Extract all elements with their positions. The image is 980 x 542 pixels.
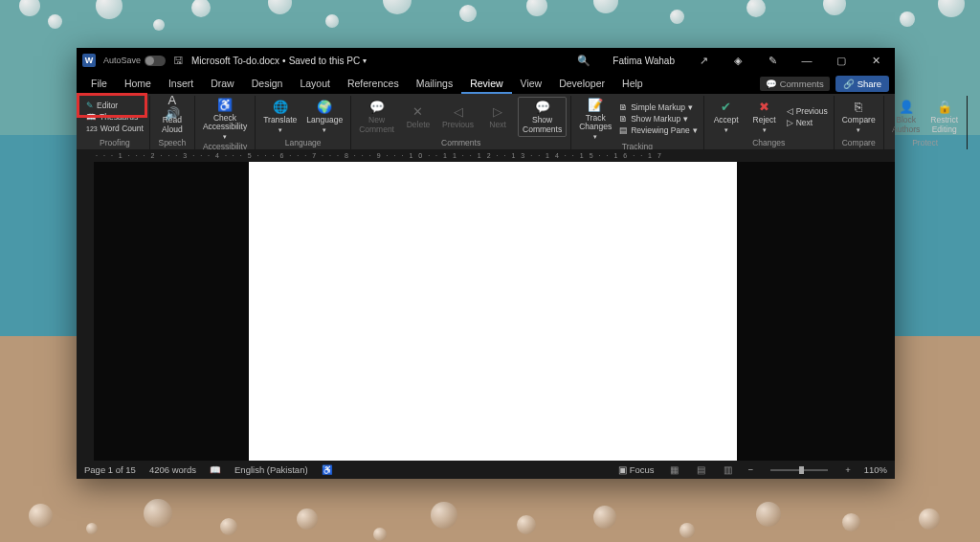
language-icon: 🌍 — [317, 100, 332, 115]
show-markup-dropdown[interactable]: 🗎 Show Markup ▾ — [617, 113, 699, 124]
translate-button[interactable]: 🌐Translate▾ — [259, 98, 301, 135]
tab-review[interactable]: Review — [461, 75, 511, 94]
autosave-toggle[interactable]: AutoSave — [103, 56, 166, 66]
compare-icon: ⎘ — [851, 100, 866, 115]
group-language: 🌐Translate▾ 🌍Language▾ Language — [256, 96, 351, 149]
language-button[interactable]: 🌍Language▾ — [302, 98, 346, 135]
page-count[interactable]: Page 1 of 15 — [84, 464, 136, 475]
tab-view[interactable]: View — [512, 75, 551, 94]
accessibility-status-icon[interactable]: ♿ — [322, 464, 333, 475]
spellcheck-icon[interactable]: 📖 — [210, 464, 221, 475]
search-icon[interactable]: 🔍 — [570, 48, 597, 73]
group-changes: ✔Accept▾ ✖Reject▾ ◁ Previous ▷ Next Chan… — [704, 96, 835, 149]
markup-dropdown[interactable]: 🗎 Simple Markup ▾ — [617, 102, 699, 113]
new-comment-button: 💬New Comment — [355, 98, 398, 136]
restrict-editing-button[interactable]: 🔒Restrict Editing — [926, 98, 963, 136]
group-ink: ✒Hide Ink▾ Ink — [968, 96, 980, 149]
share-button[interactable]: 🔗 Share — [835, 76, 889, 92]
next-change-button[interactable]: ▷ Next — [785, 117, 830, 128]
accessibility-icon: ♿ — [217, 98, 233, 113]
vertical-ruler[interactable] — [77, 162, 94, 461]
tab-layout[interactable]: Layout — [291, 75, 339, 94]
tab-mailings[interactable]: Mailings — [408, 75, 462, 94]
read-aloud-button[interactable]: A🔊Read Aloud — [154, 98, 190, 136]
titlebar: W AutoSave 🖫 Microsoft To-do.docx• Saved… — [77, 48, 895, 73]
document-page[interactable] — [249, 162, 737, 461]
word-icon: W — [82, 54, 96, 67]
highlight-box — [77, 93, 147, 118]
document-title[interactable]: Microsoft To-do.docx• Saved to this PC▾ — [191, 56, 367, 66]
horizontal-ruler[interactable]: ···1···2···3···4···5···6···7···8···9···1… — [77, 149, 895, 162]
minimize-button[interactable]: — — [793, 48, 820, 73]
maximize-button[interactable]: ▢ — [828, 48, 855, 73]
speaker-icon: A🔊 — [165, 100, 180, 115]
reject-button[interactable]: ✖Reject▾ — [746, 98, 783, 135]
accept-button[interactable]: ✔Accept▾ — [708, 98, 745, 135]
account-arrow-icon[interactable]: ↗ — [690, 48, 717, 73]
pen-icon[interactable]: ✎ — [759, 48, 786, 73]
comments-button[interactable]: 💬 Comments — [760, 77, 830, 91]
ribbon: ✎Editor 📖Thesaurus 123Word Count Proofin… — [77, 94, 895, 149]
tab-design[interactable]: Design — [243, 75, 292, 94]
compare-button[interactable]: ⎘Compare▾ — [838, 98, 880, 135]
zoom-slider[interactable] — [770, 469, 828, 471]
group-speech: A🔊Read Aloud Speech — [150, 96, 195, 149]
print-layout-icon[interactable]: ▤ — [695, 463, 708, 477]
save-icon[interactable]: 🖫 — [173, 55, 184, 66]
wordcount-button[interactable]: 123Word Count — [84, 123, 145, 134]
word-count[interactable]: 4206 words — [149, 464, 196, 475]
close-button[interactable]: ✕ — [862, 48, 889, 73]
prev-change-button[interactable]: ◁ Previous — [785, 105, 830, 117]
zoom-in-button[interactable]: + — [845, 464, 851, 475]
user-name[interactable]: Fatima Wahab — [605, 56, 682, 66]
diamond-icon[interactable]: ◈ — [724, 48, 751, 73]
zoom-level[interactable]: 110% — [864, 464, 887, 475]
block-authors-button: 👤Block Authors — [888, 98, 924, 136]
tab-bar: File Home Insert Draw Design Layout Refe… — [77, 73, 895, 94]
track-icon: 📝 — [588, 98, 603, 113]
hide-ink-button[interactable]: ✒Hide Ink▾ — [971, 96, 980, 142]
word-window: W AutoSave 🖫 Microsoft To-do.docx• Saved… — [77, 48, 895, 479]
group-compare: ⎘Compare▾ Compare — [835, 96, 884, 149]
tab-insert[interactable]: Insert — [160, 75, 202, 94]
group-protect: 👤Block Authors 🔒Restrict Editing Protect — [884, 96, 968, 149]
show-comments-button[interactable]: 💬Show Comments — [518, 97, 567, 137]
lock-icon: 🔒 — [937, 100, 952, 115]
document-area — [77, 162, 895, 461]
group-tracking: 📝Track Changes▾ 🗎 Simple Markup ▾ 🗎 Show… — [571, 96, 703, 149]
focus-mode-button[interactable]: ▣ Focus — [618, 464, 655, 475]
track-changes-button[interactable]: 📝Track Changes▾ — [575, 96, 615, 142]
zoom-out-button[interactable]: − — [748, 464, 754, 475]
web-layout-icon[interactable]: ▥ — [722, 463, 735, 477]
status-bar: Page 1 of 15 4206 words 📖 English (Pakis… — [77, 461, 895, 479]
prev-comment-button: ◁Previous — [438, 102, 478, 131]
tab-developer[interactable]: Developer — [550, 75, 613, 94]
next-comment-button: ▷Next — [479, 102, 516, 131]
tab-home[interactable]: Home — [116, 75, 160, 94]
group-comments: 💬New Comment ✕Delete ◁Previous ▷Next 💬Sh… — [351, 96, 571, 149]
language-status[interactable]: English (Pakistan) — [234, 464, 308, 475]
read-mode-icon[interactable]: ▦ — [668, 463, 681, 477]
reviewing-pane-dropdown[interactable]: ▤ Reviewing Pane ▾ — [617, 124, 699, 136]
tab-references[interactable]: References — [339, 75, 408, 94]
tab-file[interactable]: File — [82, 75, 116, 94]
tab-help[interactable]: Help — [613, 75, 652, 94]
translate-icon: 🌐 — [273, 100, 288, 115]
check-accessibility-button[interactable]: ♿Check Accessibility▾ — [199, 96, 251, 142]
delete-comment-button: ✕Delete — [400, 102, 436, 131]
tab-draw[interactable]: Draw — [202, 75, 243, 94]
group-accessibility: ♿Check Accessibility▾ Accessibility — [195, 96, 256, 149]
